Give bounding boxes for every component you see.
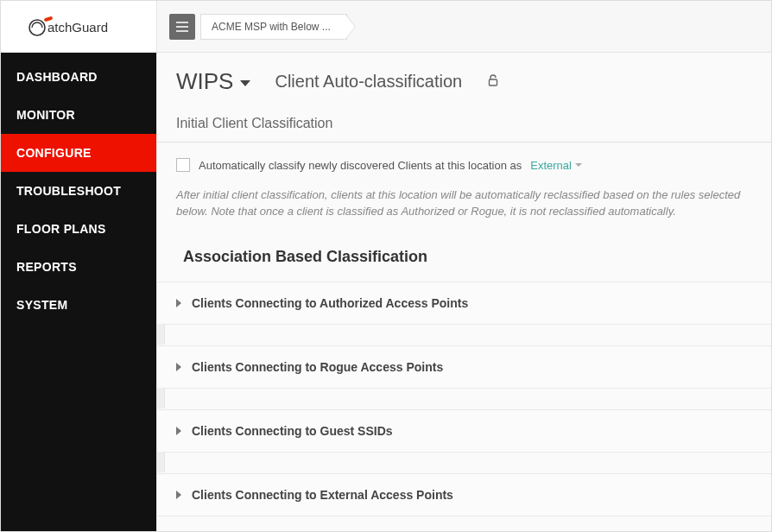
section-dropdown[interactable]: WIPS [176, 68, 250, 95]
chevron-down-icon [575, 163, 582, 167]
breadcrumb-label: ACME MSP with Below ... [212, 21, 331, 33]
sidebar-item-reports[interactable]: REPORTS [1, 248, 156, 286]
section-heading-initial: Initial Client Classification [157, 107, 771, 142]
page-title: Client Auto-classification [275, 72, 462, 92]
sidebar-item-monitor[interactable]: MONITOR [1, 96, 156, 134]
sidebar-item-system[interactable]: SYSTEM [1, 286, 156, 324]
main-content: WIPS Client Auto-classification Initial … [156, 53, 771, 532]
accordion-title: Clients Connecting to External Access Po… [192, 488, 453, 502]
svg-rect-3 [490, 79, 497, 86]
sidebar-item-troubleshoot[interactable]: TROUBLESHOOT [1, 172, 156, 210]
accordion-authorized-aps[interactable]: Clients Connecting to Authorized Access … [157, 282, 771, 325]
svg-text:atchGuard: atchGuard [47, 20, 108, 35]
breadcrumb[interactable]: ACME MSP with Below ... [200, 14, 347, 40]
association-heading: Association Based Classification [157, 241, 771, 282]
accordion-title: Clients Connecting to Authorized Access … [192, 296, 468, 310]
auto-classify-label: Automatically classify newly discovered … [199, 159, 522, 172]
classification-select-value: External [530, 159, 572, 172]
lock-icon[interactable] [486, 73, 500, 91]
brand-logo: atchGuard [1, 1, 156, 53]
accordion-rogue-aps[interactable]: Clients Connecting to Rogue Access Point… [157, 345, 771, 389]
chevron-right-icon [176, 491, 181, 499]
accordion-external-aps[interactable]: Clients Connecting to External Access Po… [157, 473, 771, 516]
auto-classify-checkbox[interactable] [176, 158, 190, 172]
accordion-title: Clients Connecting to Rogue Access Point… [192, 360, 443, 374]
helptext: After initial client classification, cli… [157, 179, 771, 241]
classification-select[interactable]: External [530, 159, 582, 172]
sidebar-item-dashboard[interactable]: DASHBOARD [1, 58, 156, 96]
chevron-right-icon [176, 299, 181, 307]
section-dropdown-label: WIPS [176, 68, 233, 95]
accordion-title: Clients Connecting to Guest SSIDs [192, 424, 393, 438]
accordion-guest-ssids[interactable]: Clients Connecting to Guest SSIDs [157, 409, 771, 453]
sidebar: DASHBOARD MONITOR CONFIGURE TROUBLESHOOT… [1, 53, 156, 532]
chevron-right-icon [176, 363, 181, 371]
chevron-down-icon [240, 80, 250, 86]
sidebar-item-configure[interactable]: CONFIGURE [1, 134, 156, 172]
sidebar-item-floorplans[interactable]: FLOOR PLANS [1, 210, 156, 248]
chevron-right-icon [176, 427, 181, 435]
menu-toggle-button[interactable] [169, 14, 195, 40]
